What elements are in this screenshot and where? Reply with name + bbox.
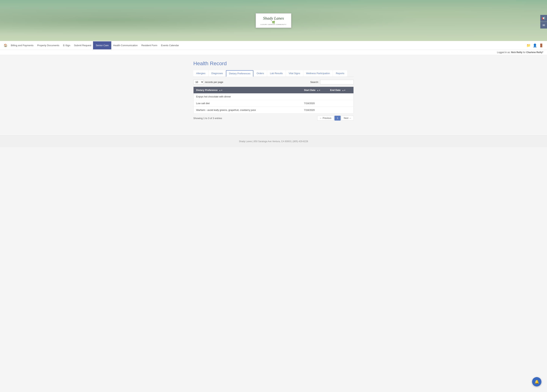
previous-button[interactable]: ← Previous — [317, 116, 334, 121]
page-1-button[interactable]: 1 — [335, 116, 341, 121]
cell-start-1: 7/18/2020 — [301, 100, 328, 107]
nav-bar: 🏠 Billing and Payments Property Document… — [0, 41, 547, 50]
user-icon[interactable]: 👤 — [533, 43, 537, 47]
logo-sub: LUXURY SENIOR COMMUNITY — [260, 24, 287, 25]
tab-vital-signs[interactable]: Vital Signs — [286, 70, 303, 77]
login-user: Nick Reilly — [511, 51, 522, 54]
folder-icon[interactable]: 📁 — [526, 43, 531, 47]
search-input[interactable] — [320, 80, 354, 84]
sort-icon-preference: ▲▼ — [219, 89, 223, 91]
tab-dietary-preferences[interactable]: Dietary Preferences — [226, 70, 253, 77]
search-label: Search: — [310, 81, 319, 83]
nav-resident-form[interactable]: Resident Form — [139, 41, 159, 49]
footer-phone: (805) 429-8228 — [293, 140, 308, 143]
home-link[interactable]: 🏠 — [4, 44, 7, 47]
megaphone-icon[interactable]: 📢 — [540, 15, 547, 22]
tab-orders[interactable]: Orders — [254, 70, 267, 77]
table-row: Enjoys hot chocolate with dinner — [193, 93, 354, 100]
records-label: records per page — [205, 81, 223, 83]
records-per-page: 10 25 50 100 records per page — [193, 80, 223, 84]
cell-end-0 — [328, 93, 354, 100]
cell-preference-0: Enjoys hot chocolate with dinner — [193, 93, 301, 100]
footer-company: Shady Lanes — [239, 140, 252, 143]
nav-submit[interactable]: Submit Request — [72, 41, 93, 49]
col-preference[interactable]: Dietary Preference ▲▼ — [193, 87, 301, 94]
login-resident: Charlene Reilly* — [526, 51, 543, 54]
records-select[interactable]: 10 25 50 100 — [193, 80, 204, 84]
cell-preference-2: Warfarin - avoid leafy greens, grapefrui… — [193, 107, 301, 114]
table-row: Low salt diet 7/18/2020 — [193, 100, 354, 107]
side-icons: 📢 ✉ — [540, 15, 547, 29]
mail-icon[interactable]: ✉ — [540, 22, 547, 28]
footer-sep1: | — [253, 140, 253, 143]
login-for: for — [523, 51, 526, 54]
tab-reports[interactable]: Reports — [333, 70, 347, 77]
logo-leaf: 🌿 — [260, 21, 287, 24]
tab-lab-results[interactable]: Lab Results — [267, 70, 286, 77]
pagination-buttons: ← Previous 1 Next → — [317, 116, 354, 121]
nav-events[interactable]: Events Calendar — [159, 41, 181, 49]
hero-banner: Shady Lanes 🌿 LUXURY SENIOR COMMUNITY 📢 … — [0, 0, 547, 41]
login-bar: Logged in as: Nick Reilly for Charlene R… — [0, 50, 547, 55]
cell-preference-1: Low salt diet — [193, 100, 301, 107]
nav-senior-care[interactable]: Senior Care — [93, 41, 111, 49]
cell-end-2 — [328, 107, 354, 114]
nav-health-comm[interactable]: Health Communication — [111, 41, 140, 49]
login-prefix: Logged in as: — [497, 51, 511, 54]
pagination-row: Showing 1 to 3 of 3 entries ← Previous 1… — [193, 116, 354, 121]
sort-icon-start: ▲▼ — [317, 89, 321, 91]
footer-sep2: | — [292, 140, 292, 143]
cell-start-2: 7/18/2020 — [301, 107, 328, 114]
table-row: Warfarin - avoid leafy greens, grapefrui… — [193, 107, 354, 114]
cell-end-1 — [328, 100, 354, 107]
table-header-row: Dietary Preference ▲▼ Start Date ▲▼ End … — [193, 87, 354, 94]
col-start-date[interactable]: Start Date ▲▼ — [301, 87, 328, 94]
next-button[interactable]: Next → — [341, 116, 354, 121]
nav-billing[interactable]: Billing and Payments — [9, 41, 35, 49]
tab-wellness[interactable]: Wellness Participation — [303, 70, 333, 77]
tabs-container: Allergies Diagnoses Dietary Preferences … — [193, 70, 354, 77]
logo-box: Shady Lanes 🌿 LUXURY SENIOR COMMUNITY — [256, 13, 291, 28]
col-end-date[interactable]: End Date ▲▼ — [328, 87, 354, 94]
search-area: Search: — [310, 80, 354, 84]
nav-icons: 📁 👤 🚪 — [526, 43, 543, 47]
nav-property[interactable]: Property Documents — [35, 41, 61, 49]
footer-address: 650 Saratoga Ave Ventura, CA 93003 — [254, 140, 291, 143]
nav-esign[interactable]: E-Sign — [61, 41, 72, 49]
tab-diagnoses[interactable]: Diagnoses — [209, 70, 226, 77]
page-title: Health Record — [193, 61, 354, 67]
sort-icon-end: ▲▼ — [342, 89, 346, 91]
dietary-preferences-table: Dietary Preference ▲▼ Start Date ▲▼ End … — [193, 87, 354, 114]
logout-icon[interactable]: 🚪 — [539, 43, 543, 47]
footer: Shady Lanes | 650 Saratoga Ave Ventura, … — [0, 135, 547, 147]
logo-text: Shady Lanes — [260, 16, 287, 21]
main-content: Health Record Allergies Diagnoses Dietar… — [190, 61, 357, 121]
showing-entries: Showing 1 to 3 of 3 entries — [193, 117, 222, 120]
cell-start-0 — [301, 93, 328, 100]
tab-allergies[interactable]: Allergies — [193, 70, 208, 77]
table-controls: 10 25 50 100 records per page Search: — [193, 80, 354, 84]
